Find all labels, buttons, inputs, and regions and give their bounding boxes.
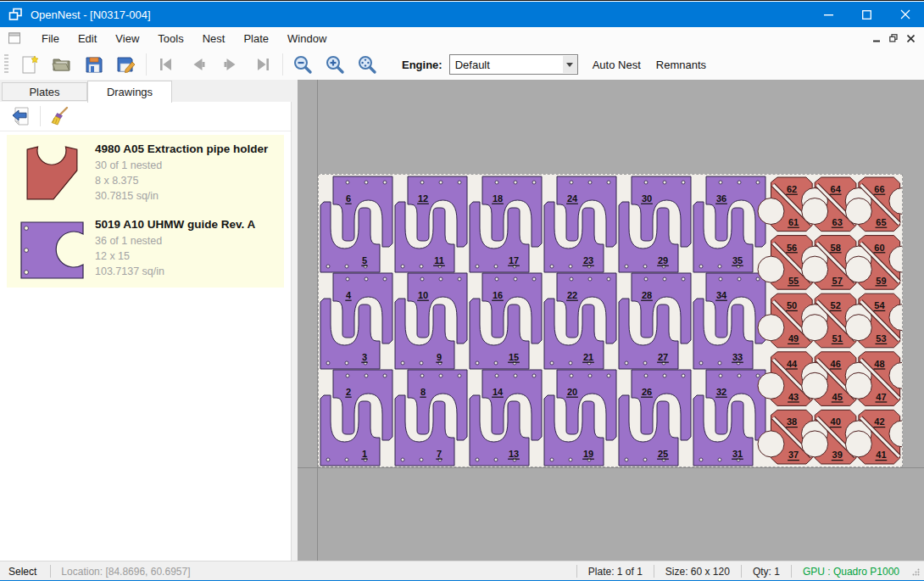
list-item[interactable]: 4980 A05 Extraction pipe holder 30 of 1 … <box>7 135 284 210</box>
go-first-button[interactable] <box>150 51 182 78</box>
svg-text:44: 44 <box>787 359 798 369</box>
svg-text:22: 22 <box>567 290 577 300</box>
svg-text:18: 18 <box>493 193 503 204</box>
zoom-fit-icon <box>356 53 378 75</box>
svg-text:21: 21 <box>583 352 593 362</box>
svg-text:38: 38 <box>787 416 797 427</box>
zoom-fit-button[interactable] <box>351 51 383 78</box>
svg-text:24: 24 <box>567 193 578 204</box>
svg-text:9: 9 <box>437 352 442 362</box>
svg-text:19: 19 <box>583 449 593 459</box>
new-file-icon <box>19 53 41 75</box>
svg-text:27: 27 <box>658 352 668 362</box>
nested-parts-drawing: 6512111817242330293635431091615222128273… <box>319 175 902 466</box>
open-button[interactable] <box>46 51 78 78</box>
tab-drawings[interactable]: Drawings <box>87 81 172 103</box>
mdi-minimize-button[interactable] <box>868 31 885 46</box>
tab-plates-label: Plates <box>29 86 59 98</box>
toolbar-separator <box>282 53 283 75</box>
drawing-title: 4980 A05 Extraction pipe holder <box>95 142 281 155</box>
go-previous-icon <box>188 54 209 75</box>
tab-plates[interactable]: Plates <box>2 82 87 101</box>
svg-text:61: 61 <box>788 217 799 227</box>
plate-sheet[interactable]: 6512111817242330293635431091615222128273… <box>318 174 903 467</box>
svg-text:36: 36 <box>716 193 726 204</box>
zoom-in-button[interactable] <box>319 51 351 78</box>
toolbar-separator <box>40 106 41 126</box>
drawing-dimensions: 12 x 15 <box>95 249 281 264</box>
go-last-icon <box>253 54 273 75</box>
svg-text:41: 41 <box>876 450 886 460</box>
svg-text:40: 40 <box>831 416 841 427</box>
svg-text:64: 64 <box>831 184 842 194</box>
status-bar: Select Location: [84.8696, 60.6957] Plat… <box>0 561 924 581</box>
save-button[interactable] <box>78 51 110 78</box>
resize-grip[interactable] <box>910 567 921 577</box>
svg-text:43: 43 <box>788 392 799 402</box>
list-item[interactable]: 5019 A10 UHMW guide Rev. A 36 of 1 neste… <box>7 210 284 288</box>
remnants-button[interactable]: Remnants <box>648 53 714 76</box>
svg-text:17: 17 <box>509 255 519 265</box>
mdi-minimize-icon <box>873 35 881 42</box>
menu-item-file[interactable]: File <box>32 29 69 48</box>
panel-splitter[interactable] <box>292 102 298 561</box>
drawing-dimensions: 8 x 8.375 <box>95 173 281 188</box>
return-drawing-button[interactable] <box>7 103 36 129</box>
clean-button[interactable] <box>45 103 74 129</box>
auto-nest-button[interactable]: Auto Nest <box>585 53 648 76</box>
zoom-out-button[interactable] <box>287 51 319 78</box>
return-arrow-icon <box>10 105 32 127</box>
mdi-restore-button[interactable] <box>885 31 902 46</box>
zoom-out-icon <box>292 53 314 75</box>
svg-text:46: 46 <box>831 359 841 369</box>
svg-text:52: 52 <box>831 300 841 310</box>
close-button[interactable] <box>886 2 924 27</box>
mdi-document-icon[interactable] <box>8 31 22 45</box>
svg-text:47: 47 <box>876 392 886 402</box>
go-previous-button[interactable] <box>182 51 214 78</box>
svg-text:6: 6 <box>346 193 351 204</box>
drawing-area: 30.7815 sq/in <box>95 188 281 204</box>
menu-item-edit[interactable]: Edit <box>69 29 106 48</box>
part-shape-red <box>21 144 84 202</box>
menu-item-tools[interactable]: Tools <box>148 29 192 48</box>
tab-drawings-label: Drawings <box>107 86 153 98</box>
menu-item-view[interactable]: View <box>106 29 148 48</box>
new-file-button[interactable] <box>14 51 46 78</box>
svg-text:50: 50 <box>787 300 797 310</box>
menu-item-nest[interactable]: Nest <box>193 29 235 48</box>
svg-text:59: 59 <box>876 276 886 286</box>
svg-text:66: 66 <box>874 184 884 194</box>
svg-text:39: 39 <box>832 450 843 460</box>
engine-dropdown-button[interactable] <box>563 56 577 73</box>
svg-text:45: 45 <box>832 392 843 402</box>
svg-text:26: 26 <box>642 387 652 397</box>
svg-text:31: 31 <box>732 449 743 459</box>
svg-text:32: 32 <box>716 387 726 397</box>
drawing-nested-count: 36 of 1 nested <box>95 233 281 249</box>
svg-text:8: 8 <box>420 387 426 397</box>
svg-text:20: 20 <box>567 387 577 397</box>
svg-text:15: 15 <box>509 352 519 362</box>
svg-text:4: 4 <box>346 290 352 300</box>
close-icon <box>900 9 910 20</box>
drawing-title: 5019 A10 UHMW guide Rev. A <box>95 218 281 231</box>
svg-text:53: 53 <box>876 333 886 344</box>
engine-value: Default <box>455 59 563 71</box>
maximize-button[interactable] <box>848 2 886 27</box>
go-last-button[interactable] <box>247 51 279 78</box>
panel-tab-strip: Plates Drawings <box>0 80 298 102</box>
mdi-close-icon <box>907 35 915 42</box>
engine-combobox[interactable]: Default <box>449 54 578 75</box>
minimize-button[interactable] <box>810 2 848 27</box>
menu-item-plate[interactable]: Plate <box>234 29 278 48</box>
menu-item-window[interactable]: Window <box>278 29 336 48</box>
go-next-icon <box>220 54 241 75</box>
drawing-list: 4980 A05 Extraction pipe holder 30 of 1 … <box>7 135 284 288</box>
nest-canvas[interactable]: 6512111817242330293635431091615222128273… <box>298 80 924 561</box>
mdi-close-button[interactable] <box>902 31 919 46</box>
save-as-button[interactable] <box>110 51 142 78</box>
toolbar-grip[interactable] <box>4 54 8 75</box>
go-next-button[interactable] <box>214 51 247 78</box>
svg-text:14: 14 <box>493 387 504 397</box>
